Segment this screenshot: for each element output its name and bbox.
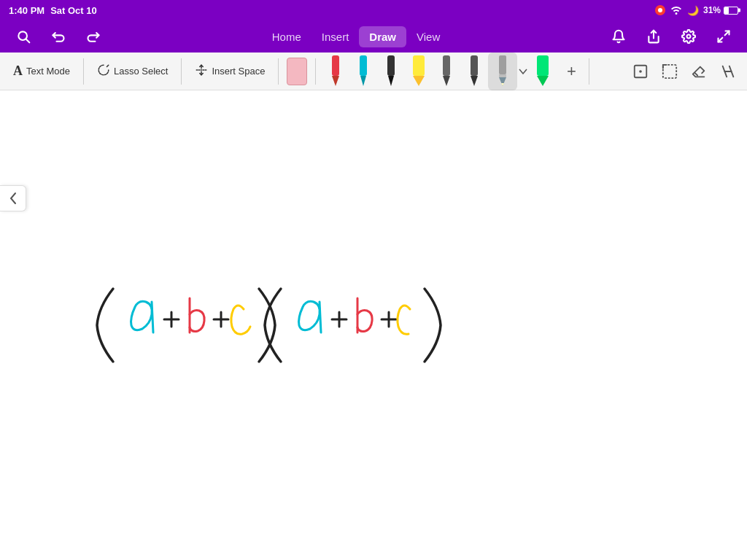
right-tools-group — [627, 58, 741, 85]
tab-view[interactable]: View — [406, 26, 450, 47]
status-left: 1:40 PM Sat Oct 10 — [9, 5, 97, 16]
pen-dropdown-chevron[interactable] — [517, 52, 529, 90]
separator-3 — [278, 58, 279, 85]
svg-line-1 — [26, 39, 30, 43]
svg-rect-25 — [537, 55, 549, 76]
svg-rect-15 — [413, 55, 425, 76]
lasso-select-label: Lasso Select — [114, 66, 168, 77]
record-indicator — [655, 5, 665, 15]
pen-grey-2[interactable] — [460, 52, 488, 90]
tab-draw[interactable]: Draw — [359, 26, 406, 47]
svg-marker-26 — [537, 76, 549, 86]
svg-marker-14 — [388, 76, 394, 86]
svg-marker-18 — [443, 76, 450, 86]
undo-button[interactable] — [47, 25, 70, 48]
text-mode-label: Text Mode — [26, 66, 70, 77]
svg-point-3 — [687, 35, 691, 39]
selection-tool-button[interactable] — [657, 58, 683, 85]
svg-marker-10 — [332, 76, 339, 86]
pen-pencil[interactable] — [488, 52, 517, 90]
tab-insert[interactable]: Insert — [311, 26, 360, 47]
eraser-button[interactable] — [686, 58, 712, 85]
pen-tools-group — [322, 52, 557, 90]
draw-toolbar: A Text Mode Lasso Select Insert Space — [0, 52, 747, 90]
pen-grey-1[interactable] — [433, 52, 460, 90]
redo-button[interactable] — [82, 25, 105, 48]
svg-marker-24 — [501, 83, 504, 86]
add-pen-button[interactable]: + — [560, 60, 583, 83]
svg-rect-22 — [499, 74, 506, 77]
handwriting-svg — [0, 90, 747, 560]
status-bar: 1:40 PM Sat Oct 10 🌙 31% — [0, 0, 747, 20]
svg-rect-9 — [332, 55, 339, 76]
status-right: 🌙 31% — [655, 4, 738, 17]
tab-home[interactable]: Home — [262, 26, 311, 47]
pen-cyan[interactable] — [349, 52, 377, 90]
separator-2 — [181, 58, 182, 85]
settings-button[interactable] — [677, 25, 700, 48]
svg-rect-19 — [471, 55, 478, 76]
canvas-area[interactable] — [0, 90, 747, 560]
svg-rect-29 — [663, 64, 676, 77]
pen-dark[interactable] — [377, 52, 405, 90]
svg-marker-20 — [471, 76, 478, 86]
svg-marker-12 — [360, 76, 366, 86]
svg-rect-21 — [499, 55, 506, 74]
insert-space-button[interactable]: Insert Space — [187, 60, 272, 82]
svg-rect-17 — [443, 55, 450, 76]
text-mode-button[interactable]: A Text Mode — [6, 60, 77, 82]
share-button[interactable] — [642, 25, 665, 48]
menu-left — [12, 25, 105, 48]
lasso-select-button[interactable]: Lasso Select — [90, 60, 175, 82]
svg-marker-16 — [413, 76, 425, 86]
search-button[interactable] — [12, 25, 35, 48]
wifi-icon — [670, 4, 683, 17]
svg-rect-11 — [360, 55, 367, 76]
nav-tabs: Home Insert Draw View — [262, 26, 450, 47]
insert-space-label: Insert Space — [212, 66, 265, 77]
moon-icon: 🌙 — [687, 5, 699, 16]
insert-space-icon — [195, 63, 208, 79]
separator-1 — [83, 58, 84, 85]
pen-red[interactable] — [322, 52, 349, 90]
ink-math-button[interactable] — [715, 58, 741, 85]
text-mode-icon: A — [13, 63, 23, 79]
notifications-button[interactable] — [607, 25, 630, 48]
lasso-select-icon — [97, 63, 110, 79]
pen-green[interactable] — [529, 52, 557, 90]
menu-right — [607, 25, 735, 48]
color-swatch-pink[interactable] — [287, 58, 307, 85]
separator-4 — [315, 58, 316, 85]
time-display: 1:40 PM — [9, 5, 44, 16]
menu-bar: Home Insert Draw View — [0, 20, 747, 52]
pen-yellow-highlighter[interactable] — [405, 52, 433, 90]
shapes-button[interactable] — [627, 58, 654, 85]
svg-point-28 — [640, 71, 641, 72]
battery-indicator: 31% — [703, 5, 738, 15]
svg-line-30 — [695, 72, 698, 75]
separator-5 — [589, 58, 589, 85]
date-display: Sat Oct 10 — [50, 5, 97, 16]
svg-rect-13 — [387, 55, 395, 76]
fullscreen-button[interactable] — [712, 25, 735, 48]
